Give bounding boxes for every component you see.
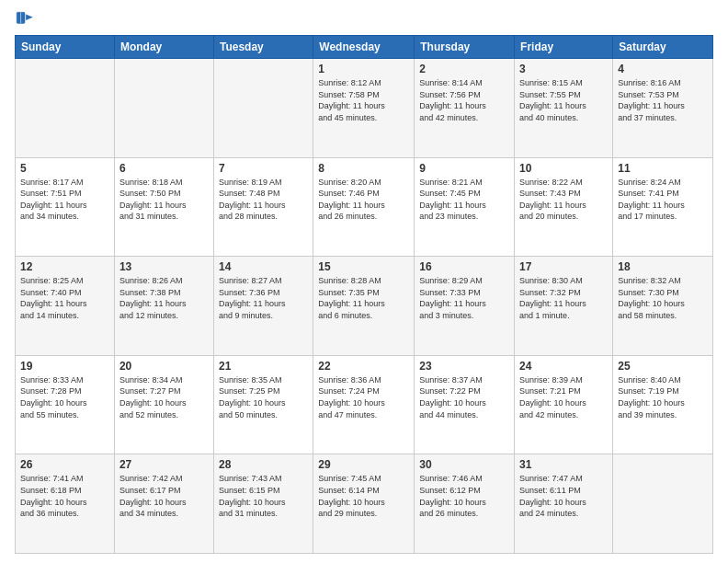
logo-icon xyxy=(15,9,35,29)
day-number: 16 xyxy=(419,260,509,273)
day-info: Sunrise: 8:39 AM Sunset: 7:21 PM Dayligh… xyxy=(519,374,608,420)
day-info: Sunrise: 8:35 AM Sunset: 7:25 PM Dayligh… xyxy=(219,374,308,420)
calendar-day-10: 10Sunrise: 8:22 AM Sunset: 7:43 PM Dayli… xyxy=(515,157,613,257)
day-info: Sunrise: 8:12 AM Sunset: 7:58 PM Dayligh… xyxy=(318,77,409,123)
calendar-day-22: 22Sunrise: 8:36 AM Sunset: 7:24 PM Dayli… xyxy=(313,355,415,454)
calendar-day-31: 31Sunrise: 7:47 AM Sunset: 6:11 PM Dayli… xyxy=(515,454,613,554)
day-number: 19 xyxy=(20,360,109,373)
calendar-empty-cell xyxy=(16,59,115,158)
calendar-day-30: 30Sunrise: 7:46 AM Sunset: 6:12 PM Dayli… xyxy=(415,454,515,554)
day-info: Sunrise: 7:46 AM Sunset: 6:12 PM Dayligh… xyxy=(419,473,509,519)
day-number: 11 xyxy=(618,162,708,175)
calendar-day-14: 14Sunrise: 8:27 AM Sunset: 7:36 PM Dayli… xyxy=(213,257,313,356)
calendar-day-9: 9Sunrise: 8:21 AM Sunset: 7:45 PM Daylig… xyxy=(415,157,515,257)
day-number: 12 xyxy=(20,260,109,273)
calendar-day-12: 12Sunrise: 8:25 AM Sunset: 7:40 PM Dayli… xyxy=(16,257,115,356)
calendar-day-3: 3Sunrise: 8:15 AM Sunset: 7:55 PM Daylig… xyxy=(515,59,613,158)
day-info: Sunrise: 8:15 AM Sunset: 7:55 PM Dayligh… xyxy=(519,77,608,123)
day-info: Sunrise: 8:34 AM Sunset: 7:27 PM Dayligh… xyxy=(119,374,209,420)
calendar-day-19: 19Sunrise: 8:33 AM Sunset: 7:28 PM Dayli… xyxy=(16,355,115,454)
calendar-day-26: 26Sunrise: 7:41 AM Sunset: 6:18 PM Dayli… xyxy=(16,454,115,554)
day-info: Sunrise: 8:29 AM Sunset: 7:33 PM Dayligh… xyxy=(419,275,509,321)
calendar-day-8: 8Sunrise: 8:20 AM Sunset: 7:46 PM Daylig… xyxy=(313,157,415,257)
calendar-day-15: 15Sunrise: 8:28 AM Sunset: 7:35 PM Dayli… xyxy=(313,257,415,356)
calendar-day-20: 20Sunrise: 8:34 AM Sunset: 7:27 PM Dayli… xyxy=(114,355,213,454)
calendar-header-wednesday: Wednesday xyxy=(313,36,415,59)
day-info: Sunrise: 8:20 AM Sunset: 7:46 PM Dayligh… xyxy=(318,177,409,223)
day-number: 18 xyxy=(618,260,708,273)
svg-marker-4 xyxy=(26,15,33,21)
day-number: 6 xyxy=(119,162,209,175)
day-info: Sunrise: 8:18 AM Sunset: 7:50 PM Dayligh… xyxy=(119,177,209,223)
calendar-day-24: 24Sunrise: 8:39 AM Sunset: 7:21 PM Dayli… xyxy=(515,355,613,454)
calendar-day-17: 17Sunrise: 8:30 AM Sunset: 7:32 PM Dayli… xyxy=(515,257,613,356)
calendar-day-4: 4Sunrise: 8:16 AM Sunset: 7:53 PM Daylig… xyxy=(613,59,713,158)
day-number: 26 xyxy=(20,458,109,471)
day-number: 14 xyxy=(219,260,308,273)
day-number: 31 xyxy=(519,458,608,471)
day-info: Sunrise: 8:22 AM Sunset: 7:43 PM Dayligh… xyxy=(519,177,608,223)
day-info: Sunrise: 8:21 AM Sunset: 7:45 PM Dayligh… xyxy=(419,177,509,223)
day-number: 3 xyxy=(519,63,608,75)
calendar-header-row: SundayMondayTuesdayWednesdayThursdayFrid… xyxy=(16,36,713,59)
calendar-day-6: 6Sunrise: 8:18 AM Sunset: 7:50 PM Daylig… xyxy=(114,157,213,257)
day-number: 8 xyxy=(318,162,409,175)
day-info: Sunrise: 8:37 AM Sunset: 7:22 PM Dayligh… xyxy=(419,374,509,420)
calendar-week-5: 26Sunrise: 7:41 AM Sunset: 6:18 PM Dayli… xyxy=(16,454,713,554)
calendar-table: SundayMondayTuesdayWednesdayThursdayFrid… xyxy=(15,35,713,554)
calendar-day-11: 11Sunrise: 8:24 AM Sunset: 7:41 PM Dayli… xyxy=(613,157,713,257)
calendar-day-2: 2Sunrise: 8:14 AM Sunset: 7:56 PM Daylig… xyxy=(415,59,515,158)
day-info: Sunrise: 7:42 AM Sunset: 6:17 PM Dayligh… xyxy=(119,473,209,519)
calendar-day-21: 21Sunrise: 8:35 AM Sunset: 7:25 PM Dayli… xyxy=(213,355,313,454)
day-number: 1 xyxy=(318,63,409,75)
calendar-day-28: 28Sunrise: 7:43 AM Sunset: 6:15 PM Dayli… xyxy=(213,454,313,554)
calendar-week-4: 19Sunrise: 8:33 AM Sunset: 7:28 PM Dayli… xyxy=(16,355,713,454)
calendar-week-3: 12Sunrise: 8:25 AM Sunset: 7:40 PM Dayli… xyxy=(16,257,713,356)
day-info: Sunrise: 8:32 AM Sunset: 7:30 PM Dayligh… xyxy=(618,275,708,321)
day-number: 28 xyxy=(219,458,308,471)
calendar-day-29: 29Sunrise: 7:45 AM Sunset: 6:14 PM Dayli… xyxy=(313,454,415,554)
day-number: 9 xyxy=(419,162,509,175)
day-number: 24 xyxy=(519,360,608,373)
calendar-day-13: 13Sunrise: 8:26 AM Sunset: 7:38 PM Dayli… xyxy=(114,257,213,356)
day-number: 10 xyxy=(519,162,608,175)
calendar-day-23: 23Sunrise: 8:37 AM Sunset: 7:22 PM Dayli… xyxy=(415,355,515,454)
header xyxy=(15,9,713,29)
calendar-header-tuesday: Tuesday xyxy=(213,36,313,59)
day-info: Sunrise: 8:16 AM Sunset: 7:53 PM Dayligh… xyxy=(618,77,708,123)
day-number: 17 xyxy=(519,260,608,273)
calendar-header-thursday: Thursday xyxy=(415,36,515,59)
calendar-header-sunday: Sunday xyxy=(16,36,115,59)
day-number: 13 xyxy=(119,260,209,273)
day-number: 15 xyxy=(318,260,409,273)
day-number: 22 xyxy=(318,360,409,373)
day-info: Sunrise: 7:43 AM Sunset: 6:15 PM Dayligh… xyxy=(219,473,308,519)
day-number: 5 xyxy=(20,162,109,175)
calendar-empty-cell xyxy=(613,454,713,554)
calendar-header-saturday: Saturday xyxy=(613,36,713,59)
day-info: Sunrise: 8:17 AM Sunset: 7:51 PM Dayligh… xyxy=(20,177,109,223)
day-number: 2 xyxy=(419,63,509,75)
day-info: Sunrise: 8:26 AM Sunset: 7:38 PM Dayligh… xyxy=(119,275,209,321)
calendar-week-2: 5Sunrise: 8:17 AM Sunset: 7:51 PM Daylig… xyxy=(16,157,713,257)
day-number: 4 xyxy=(618,63,708,75)
day-number: 23 xyxy=(419,360,509,373)
day-number: 30 xyxy=(419,458,509,471)
day-info: Sunrise: 7:47 AM Sunset: 6:11 PM Dayligh… xyxy=(519,473,608,519)
day-info: Sunrise: 8:25 AM Sunset: 7:40 PM Dayligh… xyxy=(20,275,109,321)
calendar-day-7: 7Sunrise: 8:19 AM Sunset: 7:48 PM Daylig… xyxy=(213,157,313,257)
calendar-day-18: 18Sunrise: 8:32 AM Sunset: 7:30 PM Dayli… xyxy=(613,257,713,356)
day-info: Sunrise: 8:24 AM Sunset: 7:41 PM Dayligh… xyxy=(618,177,708,223)
day-info: Sunrise: 8:27 AM Sunset: 7:36 PM Dayligh… xyxy=(219,275,308,321)
day-info: Sunrise: 8:14 AM Sunset: 7:56 PM Dayligh… xyxy=(419,77,509,123)
calendar-day-16: 16Sunrise: 8:29 AM Sunset: 7:33 PM Dayli… xyxy=(415,257,515,356)
day-info: Sunrise: 8:40 AM Sunset: 7:19 PM Dayligh… xyxy=(618,374,708,420)
day-info: Sunrise: 7:41 AM Sunset: 6:18 PM Dayligh… xyxy=(20,473,109,519)
logo xyxy=(15,9,37,29)
day-number: 7 xyxy=(219,162,308,175)
calendar-day-27: 27Sunrise: 7:42 AM Sunset: 6:17 PM Dayli… xyxy=(114,454,213,554)
day-number: 25 xyxy=(618,360,708,373)
day-number: 21 xyxy=(219,360,308,373)
calendar-day-25: 25Sunrise: 8:40 AM Sunset: 7:19 PM Dayli… xyxy=(613,355,713,454)
calendar-empty-cell xyxy=(213,59,313,158)
